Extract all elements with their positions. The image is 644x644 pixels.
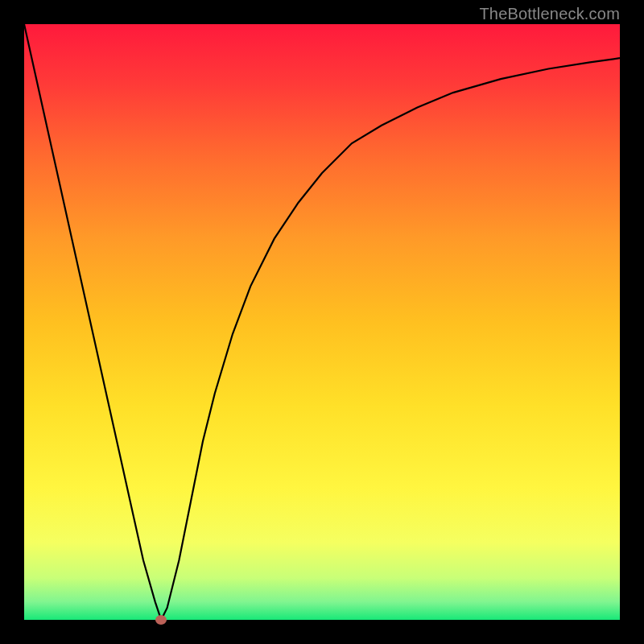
svg-rect-0: [24, 24, 620, 620]
chart-background: [24, 24, 620, 620]
watermark-text: TheBottleneck.com: [479, 5, 620, 23]
optimum-marker: [155, 615, 167, 625]
chart-plot-area: [24, 24, 620, 620]
